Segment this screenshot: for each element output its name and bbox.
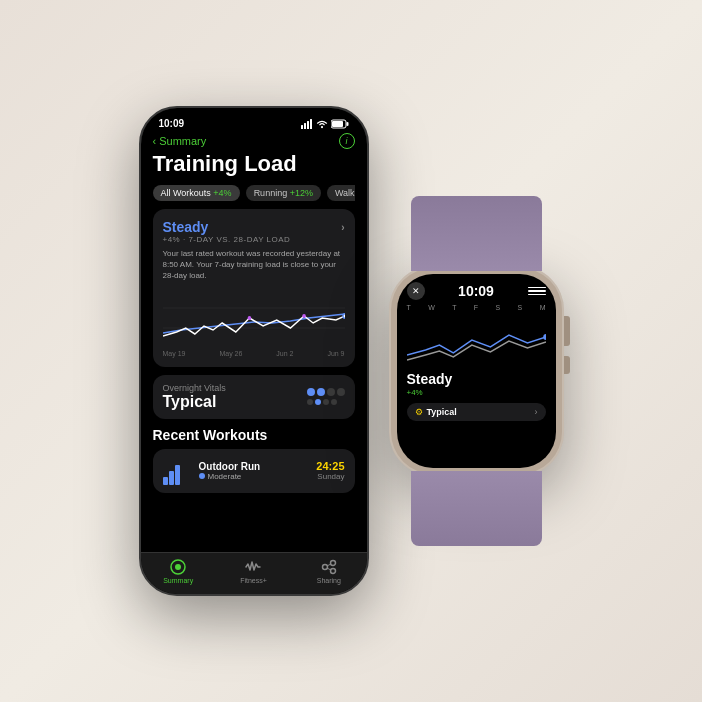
day-T1: T (407, 304, 411, 311)
badge-chevron-icon: › (535, 407, 538, 417)
dots-row-2 (307, 399, 345, 405)
section-title: Recent Workouts (153, 427, 355, 443)
mini-bar (163, 477, 168, 485)
watch-band-bottom (411, 471, 542, 546)
badge-star-icon: ⚙ (415, 407, 423, 417)
summary-svg-icon (169, 559, 187, 575)
svg-point-21 (543, 334, 546, 340)
watch-crown[interactable] (564, 316, 570, 346)
dot (317, 388, 325, 396)
filter-tab-label: All Workouts (161, 188, 214, 198)
intensity-label: Moderate (208, 472, 242, 481)
day-S2: S (518, 304, 523, 311)
watch-menu-button[interactable] (528, 282, 546, 300)
dots-row-1 (307, 388, 345, 396)
dot (327, 388, 335, 396)
chart-svg (163, 288, 345, 348)
svg-rect-1 (304, 123, 306, 129)
battery-icon (331, 119, 349, 129)
mini-bar (169, 471, 174, 485)
steady-label: Steady › (163, 219, 345, 235)
day-W: W (428, 304, 435, 311)
training-chart (163, 288, 345, 348)
svg-point-16 (322, 565, 327, 570)
date-4: Jun 9 (327, 350, 344, 357)
workout-card[interactable]: Outdoor Run Moderate 24:25 Sunday (153, 449, 355, 493)
menu-line (528, 290, 546, 292)
watch-content: ✕ 10:09 T W T F S S (397, 274, 556, 468)
day-M: M (540, 304, 546, 311)
svg-point-4 (320, 125, 322, 127)
vitals-dots (307, 388, 345, 405)
info-icon[interactable]: i (339, 133, 355, 149)
watch-screen: ✕ 10:09 T W T F S S (397, 274, 556, 468)
svg-point-18 (330, 569, 335, 574)
dot (323, 399, 329, 405)
filter-tabs: All Workouts +4% Running +12% Walki (153, 185, 355, 201)
signal-icon (301, 119, 313, 129)
watch-day-labels: T W T F S S M (407, 304, 546, 311)
svg-rect-7 (346, 122, 348, 126)
wifi-icon (316, 119, 328, 129)
workout-time-info: 24:25 Sunday (316, 460, 344, 481)
watch-button[interactable] (564, 356, 570, 374)
watch-typical-badge[interactable]: ⚙ Typical › (407, 403, 546, 421)
date-2: May 26 (219, 350, 242, 357)
day-S1: S (496, 304, 501, 311)
intensity-dot (199, 473, 205, 479)
svg-rect-3 (310, 119, 312, 129)
iphone-content: ‹ Summary i Training Load All Workouts +… (141, 133, 367, 589)
chevron-right-icon: › (341, 222, 344, 233)
filter-walking-label: Walki (335, 188, 355, 198)
mini-bar (175, 465, 180, 485)
watch-chart (407, 315, 546, 365)
filter-tab-walking[interactable]: Walki (327, 185, 355, 201)
svg-point-15 (175, 564, 181, 570)
sharing-icon (319, 559, 339, 575)
bar-chart-mini (163, 461, 191, 485)
workout-info: Outdoor Run Moderate (199, 461, 309, 481)
status-time: 10:09 (159, 118, 185, 129)
workout-time: 24:25 (316, 460, 344, 472)
tab-summary[interactable]: Summary (141, 559, 216, 584)
iphone-notch (214, 108, 294, 130)
watch-close-button[interactable]: ✕ (407, 282, 425, 300)
date-1: May 19 (163, 350, 186, 357)
tab-summary-label: Summary (163, 577, 193, 584)
workout-day: Sunday (316, 472, 344, 481)
day-T2: T (452, 304, 456, 311)
fitness-svg-icon (244, 559, 262, 575)
filter-highlight: +4% (213, 188, 231, 198)
filter-tab-all-workouts[interactable]: All Workouts +4% (153, 185, 240, 201)
watch-steady-label: Steady (407, 371, 546, 388)
menu-line (528, 287, 546, 289)
tab-fitness[interactable]: Fitness+ (216, 559, 291, 584)
vitals-value: Typical (163, 393, 226, 411)
dot (307, 399, 313, 405)
badge-text: Typical (427, 407, 457, 417)
chart-card: Steady › +4% · 7-DAY VS. 28-DAY LOAD You… (153, 209, 355, 367)
filter-running-highlight: +12% (290, 188, 313, 198)
menu-line (528, 294, 546, 296)
info-button[interactable]: i (339, 133, 355, 149)
vitals-text: Overnight Vitals Typical (163, 383, 226, 411)
tab-sharing-label: Sharing (317, 577, 341, 584)
back-chevron: ‹ (153, 135, 157, 147)
svg-point-12 (247, 316, 251, 320)
back-nav[interactable]: ‹ Summary i (153, 133, 355, 149)
dot (315, 399, 321, 405)
page-title: Training Load (153, 151, 355, 177)
vitals-card: Overnight Vitals Typical (153, 375, 355, 419)
fitness-icon (243, 559, 263, 575)
apple-watch: ✕ 10:09 T W T F S S (389, 266, 564, 476)
day-F: F (474, 304, 478, 311)
status-icons (301, 119, 349, 129)
recent-workouts: Recent Workouts Outdoor Run (153, 427, 355, 493)
back-label: Summary (159, 135, 206, 147)
chart-dates: May 19 May 26 Jun 2 Jun 9 (163, 350, 345, 357)
svg-rect-2 (307, 121, 309, 129)
filter-tab-running[interactable]: Running +12% (246, 185, 321, 201)
tab-sharing[interactable]: Sharing (291, 559, 366, 584)
svg-point-13 (302, 314, 306, 318)
dot (331, 399, 337, 405)
